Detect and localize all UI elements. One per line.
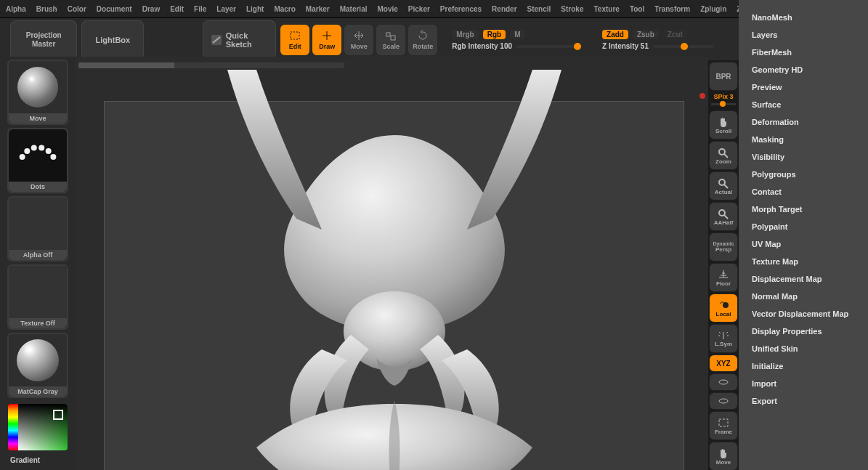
rgb-intensity-slider[interactable] bbox=[516, 45, 577, 48]
document-frame bbox=[105, 102, 684, 470]
menu-texture[interactable]: Texture bbox=[593, 5, 619, 13]
persp-button[interactable]: DynamicPersp bbox=[710, 233, 737, 261]
palette-displacement-map[interactable]: Displacement Map bbox=[747, 270, 859, 288]
menu-stroke[interactable]: Stroke bbox=[561, 5, 583, 13]
menu-zplugin[interactable]: Zplugin bbox=[700, 5, 726, 13]
menu-edit[interactable]: Edit bbox=[170, 5, 184, 13]
palette-display-properties[interactable]: Display Properties bbox=[747, 323, 859, 340]
svg-point-11 bbox=[50, 154, 56, 160]
rgb-tag[interactable]: Rgb bbox=[483, 30, 506, 39]
palette-morph-target[interactable]: Morph Target bbox=[747, 200, 859, 218]
gradient-label[interactable]: Gradient bbox=[7, 453, 43, 467]
menu-transform[interactable]: Transform bbox=[654, 5, 690, 13]
zadd-tag[interactable]: Zadd bbox=[602, 30, 628, 39]
menu-file[interactable]: File bbox=[194, 5, 206, 13]
projection-master-button[interactable]: Projection Master bbox=[10, 20, 77, 60]
palette-masking[interactable]: Masking bbox=[747, 131, 859, 148]
menu-light[interactable]: Light bbox=[246, 5, 264, 13]
quicksketch-button[interactable]: Quick Sketch bbox=[203, 20, 276, 60]
rot-b-button[interactable] bbox=[710, 393, 737, 409]
menu-brush[interactable]: Brush bbox=[36, 5, 57, 13]
menu-tool[interactable]: Tool bbox=[630, 5, 644, 13]
spix-readout[interactable]: SPix 3 bbox=[713, 93, 733, 100]
menu-color[interactable]: Color bbox=[68, 5, 86, 13]
svg-point-7 bbox=[24, 148, 30, 154]
menu-picker[interactable]: Picker bbox=[408, 5, 430, 13]
menu-preferences[interactable]: Preferences bbox=[440, 5, 482, 13]
palette-preview[interactable]: Preview bbox=[747, 78, 859, 96]
xyz-button[interactable]: XYZ bbox=[710, 355, 737, 371]
palette-polygroups[interactable]: Polygroups bbox=[747, 166, 859, 183]
palette-surface[interactable]: Surface bbox=[747, 96, 859, 113]
svg-point-17 bbox=[719, 210, 725, 216]
svg-line-16 bbox=[724, 185, 728, 188]
rot-a-button[interactable] bbox=[710, 374, 737, 390]
menu-layer[interactable]: Layer bbox=[216, 5, 236, 13]
palette-nanomesh[interactable]: NanoMesh bbox=[747, 9, 859, 26]
lightbox-button[interactable]: LightBox bbox=[81, 20, 144, 60]
lsym-button[interactable]: L.Sym bbox=[710, 325, 737, 352]
left-panel: MoveDotsAlpha OffTexture OffMatCap GrayG… bbox=[0, 57, 76, 470]
swatch-alpha-off[interactable]: Alpha Off bbox=[7, 196, 68, 262]
menu-stencil[interactable]: Stencil bbox=[527, 5, 551, 13]
swatch-dots[interactable]: Dots bbox=[7, 128, 68, 193]
draw-mode-button[interactable]: Draw bbox=[312, 25, 341, 55]
menu-alpha[interactable]: Alpha bbox=[6, 5, 26, 13]
zcut-tag[interactable]: Zcut bbox=[663, 30, 687, 39]
palette-fibermesh[interactable]: FiberMesh bbox=[747, 44, 859, 61]
palette-texture-map[interactable]: Texture Map bbox=[747, 253, 859, 270]
svg-rect-21 bbox=[719, 419, 728, 426]
menu-marker[interactable]: Marker bbox=[306, 5, 330, 13]
menu-movie[interactable]: Movie bbox=[377, 5, 397, 13]
frame-button[interactable]: Frame bbox=[710, 412, 737, 439]
rotate-mode-button[interactable]: Rotate bbox=[408, 25, 437, 55]
palette-polypaint[interactable]: Polypaint bbox=[747, 218, 859, 235]
mrgb-tag[interactable]: Mrgb bbox=[452, 30, 478, 39]
palette-vector-displacement-map[interactable]: Vector Displacement Map bbox=[747, 305, 859, 323]
palette-deformation[interactable]: Deformation bbox=[747, 113, 859, 131]
menu-material[interactable]: Material bbox=[340, 5, 368, 13]
edit-mode-button[interactable]: Edit bbox=[280, 25, 309, 55]
svg-point-9 bbox=[38, 145, 44, 151]
zsub-tag[interactable]: Zsub bbox=[633, 30, 659, 39]
palette-uv-map[interactable]: UV Map bbox=[747, 235, 859, 253]
palette-normal-map[interactable]: Normal Map bbox=[747, 288, 859, 305]
palette-geometry-hd[interactable]: Geometry HD bbox=[747, 61, 859, 78]
scroll-button[interactable]: Scroll bbox=[710, 111, 737, 139]
swatch-matcap-gray[interactable]: MatCap Gray bbox=[7, 333, 68, 398]
palette-import[interactable]: Import bbox=[747, 375, 859, 392]
actual-button[interactable]: Actual bbox=[710, 172, 737, 200]
swatch-move[interactable]: Move bbox=[7, 60, 68, 125]
swatch-texture-off[interactable]: Texture Off bbox=[7, 264, 68, 330]
scale-mode-button[interactable]: Scale bbox=[376, 25, 405, 55]
zoom-button[interactable]: Zoom bbox=[710, 142, 737, 169]
record-indicator bbox=[699, 93, 705, 99]
palette-layers[interactable]: Layers bbox=[747, 26, 859, 44]
menu-draw[interactable]: Draw bbox=[142, 5, 160, 13]
palette-initialize[interactable]: Initialize bbox=[747, 357, 859, 375]
svg-point-15 bbox=[719, 179, 725, 185]
palette-visibility[interactable]: Visibility bbox=[747, 148, 859, 166]
sculpt-preview bbox=[169, 70, 620, 470]
z-intensity-slider[interactable] bbox=[653, 45, 714, 48]
menu-render[interactable]: Render bbox=[492, 5, 516, 13]
svg-rect-1 bbox=[291, 32, 299, 39]
color-picker[interactable] bbox=[8, 404, 68, 450]
palette-unified-skin[interactable]: Unified Skin bbox=[747, 340, 859, 357]
m-tag[interactable]: M bbox=[510, 30, 524, 39]
timeline-bar[interactable] bbox=[78, 62, 344, 68]
palette-export[interactable]: Export bbox=[747, 392, 859, 410]
move-mode-button[interactable]: Move bbox=[344, 25, 373, 55]
viewport[interactable] bbox=[76, 57, 708, 470]
menu-macro[interactable]: Macro bbox=[274, 5, 295, 13]
local-button[interactable]: Local bbox=[710, 294, 737, 322]
bpr-button[interactable]: BPR bbox=[710, 62, 737, 90]
menu-document[interactable]: Document bbox=[97, 5, 132, 13]
right-rail: BPRSPix 3ScrollZoomActualAAHalfDynamicPe… bbox=[708, 62, 739, 470]
rail-move-button[interactable]: Move bbox=[710, 442, 737, 470]
floor-button[interactable]: Floor bbox=[710, 264, 737, 291]
palette-contact[interactable]: Contact bbox=[747, 183, 859, 200]
z-intensity-label: Z Intensity 51 bbox=[602, 42, 649, 50]
svg-point-10 bbox=[46, 148, 52, 154]
aahalf-button[interactable]: AAHalf bbox=[710, 203, 737, 230]
